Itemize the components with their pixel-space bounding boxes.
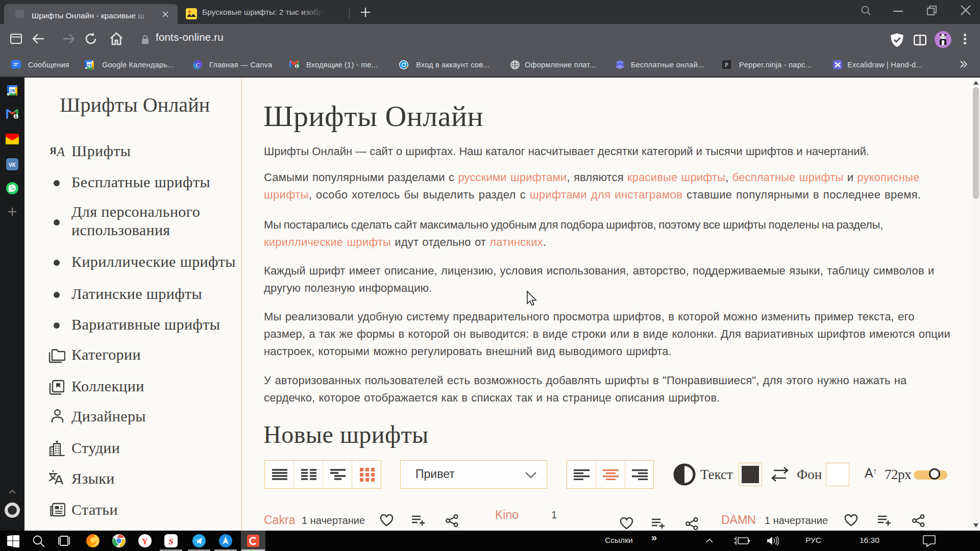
- svg-text:28: 28: [10, 88, 15, 93]
- svg-text:Y: Y: [142, 537, 148, 546]
- svg-text:VK: VK: [9, 162, 16, 168]
- svg-text:1: 1: [296, 64, 298, 68]
- svg-text:S: S: [168, 537, 173, 546]
- svg-text:1: 1: [14, 114, 17, 119]
- svg-text:P: P: [725, 61, 728, 68]
- svg-text:25: 25: [87, 63, 92, 68]
- svg-text:C: C: [195, 62, 200, 68]
